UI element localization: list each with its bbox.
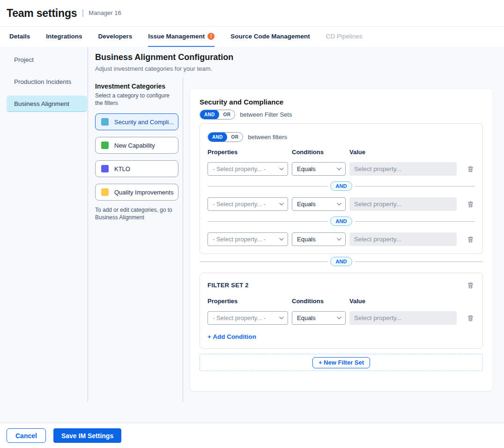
conditions-header: Conditions	[292, 298, 346, 305]
trash-icon	[467, 165, 474, 173]
new-filter-set-dropzone: + New Filter Set	[200, 354, 483, 371]
page-header: Team settings Manager 16	[0, 0, 504, 27]
filter-column-headers: Properties Conditions Value	[208, 298, 475, 305]
filter-column-headers: Properties Conditions Value	[208, 149, 475, 156]
and-connector: AND	[208, 181, 475, 191]
chevron-down-icon	[279, 316, 284, 320]
value-header: Value	[349, 298, 457, 305]
categories-divider	[183, 77, 183, 402]
chevron-down-icon	[337, 316, 341, 320]
value-input[interactable]	[349, 311, 457, 325]
save-im-settings-button[interactable]: Save IM Settings	[53, 428, 121, 443]
category-button-quality-improvements[interactable]: Quality Improvements	[95, 184, 178, 201]
category-button-new-capability[interactable]: New Capability	[95, 137, 178, 154]
conditions-header: Conditions	[292, 149, 346, 156]
toggle-or[interactable]: OR	[227, 133, 243, 142]
condition-select[interactable]: Equals	[292, 162, 346, 176]
categories-hint: Select a category to configure the filte…	[95, 92, 175, 107]
and-connector: AND	[208, 217, 475, 226]
add-condition-button[interactable]: + Add Condition	[208, 333, 256, 340]
category-swatch-amber	[101, 188, 109, 196]
category-button-ktlo[interactable]: KTLO	[95, 160, 178, 177]
trash-icon	[467, 236, 474, 243]
properties-header: Properties	[208, 298, 288, 305]
tab-details[interactable]: Details	[9, 27, 30, 47]
filter-row: - Select property... - Equals	[208, 197, 475, 211]
toggle-or[interactable]: OR	[219, 110, 235, 119]
and-connector-between-sets: AND	[200, 257, 483, 266]
toggle-and[interactable]: AND	[200, 110, 219, 119]
and-or-toggle-filters[interactable]: AND OR	[208, 132, 243, 142]
categories-title: Investment Categories	[95, 82, 178, 90]
section-header: Business Alignment Configuration Adjust …	[95, 52, 233, 72]
filter-row: - Select property... - Equals	[208, 232, 475, 246]
sidebar-item-production-incidents[interactable]: Production Incidents	[7, 74, 87, 90]
property-select[interactable]: - Select property... -	[208, 232, 288, 246]
value-input[interactable]	[349, 162, 457, 176]
content-area: Project Production Incidents Business Al…	[0, 47, 504, 423]
category-swatch-green	[101, 142, 109, 149]
tab-source-code-management[interactable]: Source Code Management	[230, 27, 310, 47]
filter-row: - Select property... - Equals	[208, 311, 475, 325]
trash-icon	[467, 282, 474, 289]
categories-footer-note: To add or edit categories, go to Busines…	[95, 206, 178, 221]
value-header: Value	[349, 149, 457, 156]
delete-filter-set-button[interactable]	[466, 281, 475, 290]
settings-sidebar: Project Production Incidents Business Al…	[0, 47, 88, 118]
filter-config-panel: Security and Compliance AND OR between F…	[190, 88, 493, 391]
between-filter-sets-label: between Filter Sets	[240, 111, 292, 118]
delete-filter-button[interactable]	[466, 200, 475, 209]
and-or-toggle-filter-sets[interactable]: AND OR	[200, 110, 235, 119]
section-subtitle: Adjust investment categories for your te…	[95, 65, 233, 72]
category-swatch-teal	[101, 118, 109, 126]
chevron-down-icon	[337, 238, 341, 241]
tab-developers[interactable]: Developers	[98, 27, 133, 47]
sidebar-item-business-alignment[interactable]: Business Alignment	[7, 96, 87, 112]
new-filter-set-button[interactable]: + New Filter Set	[312, 357, 370, 368]
chevron-down-icon	[337, 202, 341, 206]
team-name-label: Manager 16	[82, 9, 121, 17]
properties-header: Properties	[208, 149, 288, 156]
value-input[interactable]	[349, 232, 457, 246]
chevron-down-icon	[279, 238, 284, 241]
chevron-down-icon	[337, 167, 341, 171]
sidebar-item-project[interactable]: Project	[7, 52, 87, 68]
toggle-and[interactable]: AND	[208, 132, 227, 142]
chevron-down-icon	[279, 202, 284, 206]
condition-select[interactable]: Equals	[292, 197, 346, 211]
value-input[interactable]	[349, 197, 457, 211]
action-footer: Cancel Save IM Settings	[0, 423, 504, 448]
property-select[interactable]: - Select property... -	[208, 162, 288, 176]
warning-badge-icon: !	[208, 33, 215, 40]
team-settings-page: Team settings Manager 16 Details Integra…	[0, 0, 504, 448]
property-select[interactable]: - Select property... -	[208, 311, 288, 325]
trash-icon	[467, 314, 474, 322]
section-title: Business Alignment Configuration	[95, 52, 233, 62]
tab-integrations[interactable]: Integrations	[46, 27, 82, 47]
cancel-button[interactable]: Cancel	[7, 428, 46, 443]
investment-categories-column: Investment Categories Select a category …	[95, 82, 178, 221]
trash-icon	[467, 201, 474, 208]
settings-tabbar: Details Integrations Developers Issue Ma…	[0, 27, 504, 47]
selected-category-title: Security and Compliance	[200, 98, 483, 106]
chevron-down-icon	[279, 167, 284, 171]
category-swatch-indigo	[101, 165, 109, 172]
tab-issue-management[interactable]: Issue Management !	[148, 27, 215, 47]
delete-filter-button[interactable]	[466, 314, 475, 323]
delete-filter-button[interactable]	[466, 235, 475, 244]
filter-set-2-card: FILTER SET 2 Properties Conditions Value…	[200, 273, 483, 349]
page-title: Team settings	[7, 7, 77, 20]
condition-select[interactable]: Equals	[292, 311, 346, 325]
category-button-security-and-compliance[interactable]: Security and Compli...	[95, 113, 178, 130]
between-filters-label: between filters	[248, 134, 287, 141]
tab-cd-pipelines: CD Pipelines	[326, 27, 363, 47]
filter-set-1-card: AND OR between filters Properties Condit…	[200, 123, 483, 254]
sidebar-divider	[88, 47, 88, 402]
property-select[interactable]: - Select property... -	[208, 197, 288, 211]
filter-row: - Select property... - Equals	[208, 162, 475, 176]
condition-select[interactable]: Equals	[292, 232, 346, 246]
delete-filter-button[interactable]	[466, 164, 475, 174]
filter-set-2-title: FILTER SET 2	[208, 282, 249, 289]
